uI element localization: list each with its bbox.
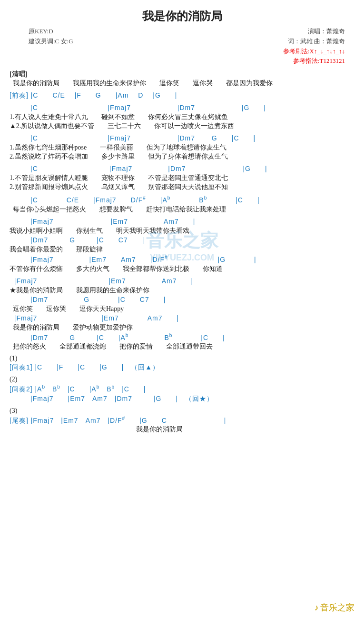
interlude1-label-pre: (1) bbox=[10, 355, 354, 362]
chord-star-4: |Dm7 G |C |Ab Bb |C | bbox=[10, 333, 354, 342]
section-verse1c: |C |Fmaj7 |Dm7 |G | 1.不管是朋友误解情人瞪腿 宠物不理你 … bbox=[10, 165, 354, 191]
lyric-v1a-2: ▲2.所以说做人偶而也要不管 三七二十六 你可以一边喷火一边煮东西 bbox=[10, 122, 354, 130]
meta-right: 演唱：萧煌奇 词：武雄 曲：萧煌奇 参考刷法:X↑_↓_↑↓↑_↑↓ 参考指法:… bbox=[283, 27, 345, 66]
section-prechorus: |C C/E |Fmaj7 D/F# |Ab Bb |C | 每当你心头燃起一把… bbox=[10, 195, 354, 214]
site-logo: ♪ 音乐之家 bbox=[315, 602, 354, 613]
section-label-qingchang: [清唱] bbox=[10, 70, 354, 79]
strum-pattern: 参考刷法:X↑_↓_↑↓↑_↑↓ bbox=[283, 47, 345, 57]
lyric-ch-2: 我会唱着你最爱的 那段旋律 bbox=[10, 245, 354, 254]
chord-v1a-1: |C |Fmaj7 |Dm7 |G | bbox=[10, 104, 354, 112]
chord-ch-3: |Fmaj7 |Em7 Am7 |D/F# |G | bbox=[10, 255, 354, 264]
chord-star-3: |Fmaj7 |Em7 Am7 | bbox=[10, 314, 354, 323]
section-verse1b: |C |Fmaj7 |Dm7 G |C | 1.虽然你七窍生烟那种pose 一样… bbox=[10, 134, 354, 161]
outro-label-pre: (3) bbox=[10, 407, 354, 415]
section-star-chorus: |Fmaj7 |Em7 Am7 | ★我是你的消防局 我愿用我的生命来保护你 |… bbox=[10, 277, 354, 351]
section-interlude1: (1) [间奏1] |C |F |C |G | （回▲） bbox=[10, 355, 354, 372]
section-prelude: [前奏] |C C/E |F G |Am D |G | bbox=[10, 91, 354, 100]
logo-text: 音乐之家 bbox=[320, 603, 354, 612]
chord-v1b-1: |C |Fmaj7 |Dm7 G |C | bbox=[10, 134, 354, 143]
chord-prelude: [前奏] |C C/E |F G |Am D |G | bbox=[10, 91, 354, 100]
chord-pre-1: |C C/E |Fmaj7 D/F# |Ab Bb |C | bbox=[10, 195, 354, 205]
meta-left: 原KEY:D 建议男调:C 女:G bbox=[29, 27, 73, 47]
lyric-v1c-2: 2.别管那新闻报导煽风点火 乌烟又瘴气 别管那老闆天天说他厘不知 bbox=[10, 183, 354, 191]
chord-interlude2-2: |Fmaj7 |Em7 Am7 |Dm7 |G | （回★） bbox=[10, 395, 354, 403]
lyric-v1c-1: 1.不管是朋友误解情人瞪腿 宠物不理你 不管是老闆主管通通变北七 bbox=[10, 174, 354, 182]
section-chorus: |Fmaj7 |Em7 Am7 | 我说小姐啊小姐啊 你别生气 明天我明天我带你… bbox=[10, 218, 354, 273]
lyric-qingchang: 我是你的消防局 我愿用我的生命来保护你 逗你笑 逗你哭 都是因为我爱你 bbox=[10, 79, 354, 88]
chord-star-1: |Fmaj7 |Em7 Am7 | bbox=[10, 277, 354, 286]
chord-interlude2-1: [间奏2] |Ab Bb |C |Ab Bb |C | bbox=[10, 384, 354, 394]
suggested-key: 建议男调:C 女:G bbox=[29, 37, 73, 47]
song-title: 我是你的消防局 bbox=[10, 9, 354, 24]
lyric-ch-1: 我说小姐啊小姐啊 你别生气 明天我明天我带你去看戏 bbox=[10, 227, 354, 235]
fingering-pattern: 参考指法:T1213121 bbox=[283, 56, 345, 66]
lyric-star-4: 把你的怒火 全部通通都浇熄 把你的爱情 全部通通带回去 bbox=[10, 342, 354, 351]
chord-v1c-1: |C |Fmaj7 |Dm7 |G | bbox=[10, 165, 354, 173]
interlude2-label-pre: (2) bbox=[10, 376, 354, 383]
lyric-star-1: ★我是你的消防局 我愿用我的生命来保护你 bbox=[10, 286, 354, 295]
lyric-v1b-2: 2.虽然说吃了炸药不会增加 多少卡路里 但为了身体着想请你麦生气 bbox=[10, 152, 354, 161]
lyric-v1b-1: 1.虽然你七窍生烟那种pose 一样很美丽 但为了地球着想请你麦生气 bbox=[10, 143, 354, 152]
lyric-pre-1: 每当你心头燃起一把怒火 想要发脾气 赶快打电话给我让我来处理 bbox=[10, 205, 354, 214]
section-interlude2: (2) [间奏2] |Ab Bb |C |Ab Bb |C | |Fmaj7 |… bbox=[10, 376, 354, 403]
original-key: 原KEY:D bbox=[29, 27, 73, 37]
lyric-outro: 我是你的消防局 bbox=[10, 425, 354, 434]
chord-ch-1: |Fmaj7 |Em7 Am7 | bbox=[10, 218, 354, 226]
section-verse1a: |C |Fmaj7 |Dm7 |G | 1.有人说人生难免十常八九 碰到不如意 … bbox=[10, 104, 354, 130]
chord-star-2: |Dm7 G |C C7 | bbox=[10, 296, 354, 304]
logo-icon: ♪ bbox=[315, 603, 319, 612]
section-outro: (3) [尾奏] |Fmaj7 |Em7 Am7 |D/F# |G C | 我是… bbox=[10, 407, 354, 434]
lyric-star-2: 逗你笑 逗你哭 逗你天天Happy bbox=[10, 305, 354, 313]
singer: 演唱：萧煌奇 bbox=[283, 27, 345, 37]
lyricist-composer: 词：武雄 曲：萧煌奇 bbox=[283, 37, 345, 47]
chord-ch-2: |Dm7 G |C C7 | bbox=[10, 236, 354, 245]
section-qingchang: [清唱] 我是你的消防局 我愿用我的生命来保护你 逗你笑 逗你哭 都是因为我爱你 bbox=[10, 70, 354, 88]
chord-outro: [尾奏] |Fmaj7 |Em7 Am7 |D/F# |G C | bbox=[10, 416, 354, 425]
lyric-v1a-1: 1.有人说人生难免十常八九 碰到不如意 你何必火冒三丈像在烤鱿鱼 bbox=[10, 113, 354, 121]
lyric-star-3: 我是你的消防局 爱护动物更加爱护你 bbox=[10, 323, 354, 332]
lyric-ch-3: 不管你有什么烦恼 多大的火气 我全部都帮你送到北极 你知道 bbox=[10, 265, 354, 273]
chord-interlude1: [间奏1] |C |F |C |G | （回▲） bbox=[10, 363, 354, 372]
